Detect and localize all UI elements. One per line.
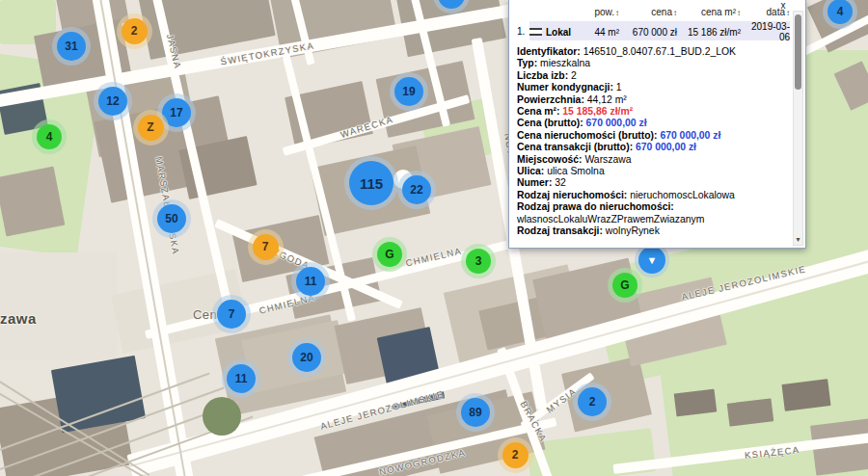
cluster-marker-11[interactable]: 11 — [227, 364, 256, 393]
attribute-value: 670 000,00 zł — [586, 118, 647, 128]
attribute-label: Numer: — [517, 177, 555, 188]
building — [0, 167, 65, 237]
attribute-value: 32 — [555, 177, 566, 188]
result-row[interactable]: 1. Lokal 44 m²670 000 zł15 186 zł/m²2019… — [517, 21, 788, 40]
attribute-label: Rodzaj transakcji: — [517, 225, 606, 236]
cluster-marker-7[interactable]: 7 — [217, 300, 246, 329]
cluster-marker-31[interactable]: 31 — [57, 32, 86, 61]
cluster-marker-89[interactable]: 89 — [461, 398, 490, 427]
attribute-label: Cena nieruchomości (brutto): — [517, 130, 660, 141]
attribute-line: Cena nieruchomości (brutto): 670 000,00 … — [517, 130, 788, 142]
close-icon[interactable]: x — [777, 0, 789, 12]
attribute-value: 1 — [616, 82, 622, 93]
cluster-marker-z[interactable]: Z — [138, 115, 164, 141]
scrollbar-thumb[interactable] — [795, 14, 801, 90]
attribute-line: Liczba izb: 2 — [517, 70, 788, 82]
cluster-marker-11[interactable]: 11 — [296, 267, 325, 296]
column-header-cena-m2[interactable]: cena m²↕ — [677, 7, 741, 17]
attribute-line: Ulica: ulica Smolna — [517, 166, 788, 177]
selected-marker-icon[interactable]: ▼ — [638, 247, 665, 274]
cluster-marker-3[interactable]: 3 — [466, 249, 491, 274]
attribute-line: Rodzaj prawa do nieruchomości: wlasnoscL… — [517, 201, 788, 225]
attribute-value: wolnyRynek — [606, 225, 660, 236]
attribute-label: Rodzaj prawa do nieruchomości: — [517, 201, 674, 212]
row-value-pow: 44 m² — [577, 27, 619, 38]
cluster-marker-g[interactable]: G — [612, 273, 637, 298]
cluster-marker-19[interactable]: 19 — [394, 77, 423, 106]
cluster-marker-20[interactable]: 20 — [292, 343, 321, 372]
row-value-data: 2019-03-06 — [741, 21, 790, 42]
column-header-cena[interactable]: cena↕ — [619, 7, 677, 17]
attribute-value: wlasnoscLokaluWrazZPrawemZwiazanym — [517, 214, 704, 225]
lokal-icon — [529, 28, 542, 36]
cluster-marker-50[interactable]: 50 — [157, 204, 186, 233]
attribute-line: Miejscowość: Warszawa — [517, 154, 788, 166]
attribute-label: Cena (brutto): — [517, 118, 586, 128]
attribute-value: mieszkalna — [540, 58, 590, 68]
building — [781, 379, 830, 411]
traffic-circle — [203, 397, 241, 436]
row-value-cena: 670 000 zł — [619, 27, 677, 38]
cluster-marker-2[interactable]: 2 — [122, 18, 148, 44]
cluster-marker-4[interactable]: 4 — [37, 124, 62, 149]
attribute-line: Powierzchnia: 44,12 m² — [517, 94, 788, 106]
cluster-marker-12[interactable]: 12 — [98, 87, 127, 116]
attribute-label: Cena m²: — [517, 106, 562, 117]
attribute-line: Rodzaj nieruchomości: nieruchomoscLokalo… — [517, 190, 788, 201]
row-type-label: Lokal — [546, 27, 571, 38]
attribute-line: Numer: 32 — [517, 177, 788, 189]
property-details-popup: x pow.↕cena↕cena m²↕data↕ 1. Lokal 44 m²… — [508, 0, 806, 249]
attribute-line: Rodzaj transakcji: wolnyRynek — [517, 225, 788, 237]
attribute-value: 670 000,00 zł — [660, 130, 720, 141]
cluster-marker-7[interactable]: 7 — [253, 234, 279, 260]
attribute-value: 15 185,86 zł/m² — [562, 106, 633, 117]
attribute-value: nieruchomoscLokalowa — [630, 190, 735, 200]
row-value-cena-m2: 15 186 zł/m² — [677, 27, 741, 38]
property-attributes: Identyfikator: 146510_8.0407.67.1_BUD.2_… — [509, 40, 805, 238]
attribute-label: Powierzchnia: — [517, 94, 587, 105]
cluster-marker-17[interactable]: 17 — [162, 98, 191, 127]
popup-scrollbar[interactable]: ▼ — [793, 11, 803, 246]
cluster-marker-115[interactable]: 115 — [349, 161, 393, 205]
plaza — [0, 252, 118, 360]
attribute-label: Miejscowość: — [517, 154, 584, 165]
cluster-marker-g[interactable]: G — [377, 242, 402, 267]
attribute-value: 146510_8.0407.67.1_BUD.2_LOK — [583, 46, 736, 57]
cluster-marker-2[interactable]: 2 — [502, 442, 529, 468]
attribute-value: Warszawa — [584, 154, 631, 165]
cluster-marker-4[interactable]: 4 — [827, 0, 853, 24]
attribute-value: ulica Smolna — [547, 166, 605, 176]
attribute-label: Liczba izb: — [517, 70, 571, 81]
column-header-pow[interactable]: pow.↕ — [577, 7, 619, 17]
attribute-line: Cena m²: 15 185,86 zł/m² — [517, 106, 788, 118]
row-number: 1. — [517, 26, 529, 37]
city-label: zawa — [0, 310, 37, 327]
attribute-value: 670 000,00 zł — [636, 142, 696, 152]
attribute-value: 2 — [571, 70, 577, 81]
cluster-marker-22[interactable]: 22 — [402, 175, 431, 204]
attribute-label: Rodzaj nieruchomości: — [517, 190, 630, 200]
attribute-line: Identyfikator: 146510_8.0407.67.1_BUD.2_… — [517, 46, 788, 58]
attribute-label: Typ: — [517, 58, 540, 68]
attribute-label: Numer kondygnacji: — [517, 82, 616, 93]
building — [674, 389, 718, 417]
attribute-line: Cena (brutto): 670 000,00 zł — [517, 118, 788, 129]
attribute-line: Cena transakcji (brutto): 670 000,00 zł — [517, 142, 788, 153]
attribute-line: Numer kondygnacji: 1 — [517, 82, 788, 93]
attribute-label: Identyfikator: — [517, 46, 583, 57]
attribute-line: Typ: mieszkalna — [517, 58, 788, 69]
results-table-header: pow.↕cena↕cena m²↕data↕ — [517, 5, 788, 19]
map-app: ŚWIĘTOKRZYSKAJASNAWARECKAMARSZAŁKOWSKAZG… — [0, 0, 868, 476]
cluster-marker-2[interactable]: 2 — [578, 387, 607, 416]
attribute-label: Cena transakcji (brutto): — [517, 142, 636, 152]
scroll-down-icon[interactable]: ▼ — [794, 234, 802, 245]
attribute-value: 44,12 m² — [587, 94, 627, 105]
attribute-label: Ulica: — [517, 166, 547, 176]
